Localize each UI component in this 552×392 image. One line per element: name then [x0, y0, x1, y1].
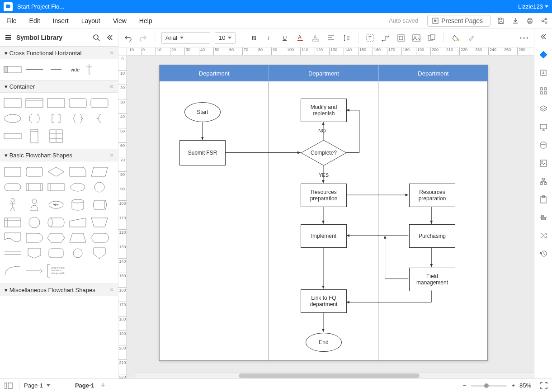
shape-trapezoid[interactable]	[68, 231, 88, 245]
shape-arc[interactable]	[3, 262, 23, 280]
shape-offpage-2[interactable]	[90, 246, 109, 260]
shuffle-icon[interactable]	[538, 230, 549, 241]
close-icon[interactable]: ×	[110, 49, 113, 57]
shape-preparation[interactable]	[46, 231, 66, 245]
highlight-icon[interactable]: A	[310, 33, 321, 43]
shape-database[interactable]	[68, 196, 88, 214]
page-tab-active[interactable]: Page-1	[75, 382, 94, 389]
menu-file[interactable]: File	[6, 17, 17, 24]
search-icon[interactable]	[93, 34, 100, 41]
underline-icon[interactable]: U	[279, 33, 290, 43]
shape-yes-decision[interactable]: Yes	[46, 196, 66, 214]
arrange-icon[interactable]	[426, 33, 437, 43]
outline-icon[interactable]	[5, 383, 13, 389]
shape-vide[interactable]: vide	[68, 63, 95, 76]
clipboard-icon[interactable]	[538, 194, 549, 205]
shape-connector-circle[interactable]	[68, 246, 88, 260]
align-panel-icon[interactable]	[538, 212, 549, 223]
font-family-select[interactable]: Arial	[161, 32, 210, 44]
image-icon[interactable]	[411, 33, 422, 43]
zoom-out-icon[interactable]: −	[463, 382, 467, 389]
shape-circle-2[interactable]	[24, 216, 44, 229]
close-icon[interactable]: ×	[110, 83, 113, 90]
shape-internal-storage[interactable]	[3, 216, 23, 229]
shape-delay[interactable]	[24, 231, 44, 245]
menu-layout[interactable]: Layout	[81, 17, 100, 24]
redo-icon[interactable]	[137, 33, 148, 43]
grid-icon[interactable]	[538, 85, 549, 96]
page-select[interactable]: Page-1	[19, 381, 55, 390]
node-start[interactable]: Start	[184, 102, 221, 122]
shape-ellipse[interactable]	[3, 112, 23, 125]
shape-grid[interactable]	[46, 127, 66, 145]
section-misc-flowchart[interactable]: ▾ Miscellaneous Flowchart Shapes ×	[0, 283, 118, 296]
close-icon[interactable]: ×	[110, 151, 113, 159]
lane-header-3[interactable]: Department	[379, 65, 488, 81]
add-page-icon[interactable]: +	[101, 381, 106, 390]
shape-predefined-2[interactable]	[46, 180, 66, 194]
export-icon[interactable]	[538, 67, 549, 78]
shape-lines[interactable]	[3, 246, 23, 260]
shape-offpage[interactable]	[24, 246, 44, 260]
node-implement[interactable]: Implement	[301, 224, 347, 248]
zoom-level[interactable]: 85%	[519, 382, 531, 389]
line-spacing-icon[interactable]	[341, 33, 352, 43]
present-icon[interactable]	[538, 122, 549, 132]
horizontal-scrollbar[interactable]	[135, 372, 534, 378]
lane-header-2[interactable]: Department	[269, 65, 378, 81]
connector-icon[interactable]	[380, 33, 391, 43]
layers-icon[interactable]	[538, 104, 549, 114]
page[interactable]: Department Department Department Start S…	[159, 65, 488, 361]
collapse-right-icon[interactable]	[538, 31, 549, 42]
section-basic-flowchart[interactable]: ▾ Basic Flowchart Shapes ×	[0, 149, 118, 161]
shape-predefined[interactable]	[24, 180, 44, 194]
node-purchasing[interactable]: Purchasing	[409, 224, 455, 248]
save-icon[interactable]	[497, 17, 505, 25]
shape-disk[interactable]	[90, 196, 109, 214]
zoom-slider[interactable]	[471, 385, 507, 387]
shape-terminator[interactable]	[3, 180, 23, 194]
shape-document[interactable]	[3, 231, 23, 245]
shape-manual-op[interactable]	[90, 216, 109, 229]
sitemap-icon[interactable]	[538, 176, 549, 187]
zoom-in-icon[interactable]: +	[511, 382, 515, 389]
shape-process[interactable]	[3, 165, 23, 179]
collapse-panel-icon[interactable]	[106, 34, 113, 41]
node-submit-fsr[interactable]: Submit FSR	[179, 140, 226, 165]
shape-rect-2[interactable]	[46, 96, 66, 110]
fill-icon[interactable]	[450, 33, 461, 43]
node-end[interactable]: End	[306, 333, 342, 352]
shape-brackets-1[interactable]	[24, 112, 44, 125]
node-resources-2[interactable]: Resources preparation	[409, 184, 455, 207]
data-icon[interactable]	[538, 140, 549, 151]
picture-icon[interactable]	[538, 158, 549, 169]
present-pages-button[interactable]: Present Pages	[427, 15, 491, 27]
close-icon[interactable]: ×	[110, 286, 113, 293]
undo-icon[interactable]	[123, 33, 134, 43]
menu-view[interactable]: View	[113, 17, 127, 24]
shape-brackets-2[interactable]	[46, 112, 66, 125]
shape-cylinder-h[interactable]	[46, 216, 66, 229]
user-menu[interactable]: Lizzie123	[518, 3, 548, 10]
frame-icon[interactable]	[396, 33, 406, 43]
shape-line-long[interactable]	[24, 63, 44, 76]
shape-annotation[interactable]: Drag the sidehandles tochange width	[46, 262, 66, 280]
shape-round-rect-3[interactable]	[46, 246, 66, 260]
menu-edit[interactable]: Edit	[29, 17, 40, 24]
shape-card[interactable]	[68, 165, 88, 179]
shape-round-rect[interactable]	[68, 96, 88, 110]
shape-parallelogram[interactable]	[90, 165, 109, 179]
node-modify[interactable]: Modify and replenish	[301, 99, 347, 122]
align-text-icon[interactable]	[326, 33, 336, 43]
shape-circle[interactable]	[90, 180, 109, 194]
section-cross-functional[interactable]: ▾ Cross Functional Horizontal ×	[0, 47, 118, 59]
shape-round-process[interactable]	[24, 165, 44, 179]
lane-header-1[interactable]: Department	[160, 65, 269, 81]
history-icon[interactable]	[538, 248, 549, 259]
shape-person[interactable]	[24, 196, 44, 214]
shape-swimlane-h[interactable]	[3, 63, 23, 76]
font-size-select[interactable]: 10	[215, 32, 236, 44]
shape-actor[interactable]	[3, 196, 23, 214]
shape-display[interactable]	[90, 231, 109, 245]
print-icon[interactable]	[526, 17, 534, 25]
